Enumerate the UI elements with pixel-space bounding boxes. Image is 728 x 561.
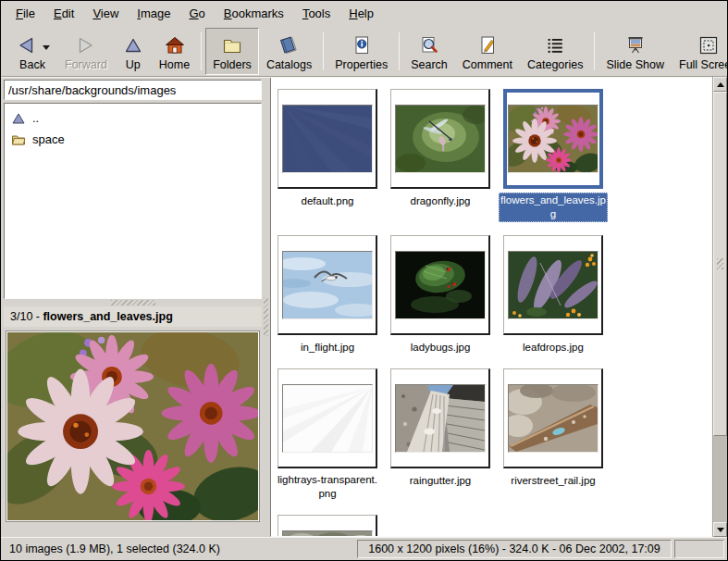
toolbar-button-label: Up [126,58,141,71]
sidebar: .. space 3/10 - flowers_and_leaves.jpg [1,77,262,537]
scroll-up-button[interactable] [713,77,727,92]
menu-item-label: View [93,6,118,20]
toolbar-separator [594,32,595,70]
file-item-lightrays-transparent-png[interactable]: lightrays-transparent.png [278,368,377,502]
selection-info: 3/10 - flowers_and_leaves.jpg [4,306,262,327]
thumbnail-row: default.png dragonfly.jpg flowers_and_le… [278,89,711,222]
location-input[interactable] [4,80,262,100]
thumbnail-grid: default.png dragonfly.jpg flowers_and_le… [270,77,712,537]
thumbnail-image [509,385,598,452]
menu-go[interactable]: Go [179,3,214,24]
menu-image[interactable]: Image [128,3,179,24]
toolbar-button-up[interactable]: Up [115,28,152,75]
toolbar-button-label: Home [159,58,190,71]
toolbar-separator [323,32,324,70]
selection-position: 3/10 - [10,310,43,323]
toolbar-button-slide-show[interactable]: Slide Show [598,28,672,75]
menu-item-label: Help [349,6,374,20]
toolbar-button-folders[interactable]: Folders [205,28,259,75]
file-item-flowers-and-leaves-jpg[interactable]: flowers_and_leaves.jpg [503,89,603,222]
toolbar-button-label: Back [19,58,45,71]
preview-artwork [7,332,258,520]
thumbnail-image [396,385,485,452]
toolbar-button-label: Properties [335,58,388,71]
menu-edit[interactable]: Edit [44,3,83,24]
status-left-text: 10 images (1.9 MB), 1 selected (324.0 K) [1,542,220,555]
toolbar-button-label: Comment [463,58,512,71]
file-item-partial[interactable] [278,515,377,537]
menu-item-label: Go [189,6,204,20]
vertical-splitter[interactable] [262,77,270,537]
file-item-leafdrops-jpg[interactable]: leafdrops.jpg [503,235,603,355]
comment-icon [476,34,499,56]
dropdown-arrow-icon[interactable] [43,45,50,54]
menu-bookmarks[interactable]: Bookmarks [215,3,293,24]
toolbar-button-home[interactable]: Home [152,28,197,75]
toolbar-button-label: Catalogs [266,58,312,71]
thumbnail-image [509,106,598,172]
file-name: riverstreet_rail.jpg [509,473,597,489]
toolbar-button-label: Slide Show [606,58,664,71]
toolbar-button-forward[interactable]: Forward [57,28,115,75]
menu-file[interactable]: File [6,3,44,24]
horizontal-splitter[interactable] [4,299,262,306]
toolbar-button-categories[interactable]: Categories [520,28,590,75]
scrollbar-thumb[interactable] [713,92,727,436]
file-name: default.png [300,193,356,209]
thumbnail-image [283,252,372,318]
thumbnail-card[interactable] [390,89,490,189]
file-item-dragonfly-jpg[interactable]: dragonfly.jpg [390,89,490,222]
arrow-up-icon [717,79,724,87]
thumbnail-row [278,515,711,537]
thumbnail-image [396,252,485,318]
thumbnail-card[interactable] [278,235,377,335]
status-image-details: 1600 x 1200 pixels (16%) - 324.0 K - 06 … [357,540,672,558]
thumbnail-card[interactable] [390,368,490,468]
toolbar-button-label: Full Screen [679,58,728,71]
scroll-down-button[interactable] [713,522,727,537]
file-name: raingutter.jpg [408,473,474,489]
toolbar-separator [399,32,400,70]
file-item-in-flight-jpg[interactable]: in_flight.jpg [278,235,377,355]
main-area: .. space 3/10 - flowers_and_leaves.jpg d… [1,77,727,537]
back-icon [15,34,37,56]
folder-item-[interactable]: .. [6,107,259,129]
menu-help[interactable]: Help [339,3,383,24]
toolbar-button-label: Search [411,58,448,71]
thumbnail-image [283,106,372,172]
thumbnail-card[interactable] [278,368,377,468]
folder-item-space[interactable]: space [6,129,259,150]
menu-tools[interactable]: Tools [293,3,339,24]
toolbar-button-properties[interactable]: Properties [327,28,395,75]
menu-view[interactable]: View [83,3,128,24]
fullscreen-icon [697,34,720,56]
thumbnail-scrollbar[interactable] [712,77,727,537]
toolbar-button-catalogs[interactable]: Catalogs [259,28,319,75]
thumbnail-card[interactable] [503,368,603,468]
up-icon [122,34,144,56]
status-resize-area [674,540,724,558]
thumbnail-card[interactable] [503,89,603,189]
thumbnail-card[interactable] [278,89,377,189]
file-item-default-png[interactable]: default.png [278,89,377,222]
file-name: ladybugs.jpg [409,340,473,355]
toolbar-button-search[interactable]: Search [403,28,455,75]
file-name: flowers_and_leaves.jpg [499,193,608,222]
toolbar-button-back[interactable]: Back [7,28,57,75]
thumbnail-card[interactable] [278,515,377,537]
file-item-riverstreet-rail-jpg[interactable]: riverstreet_rail.jpg [503,368,603,502]
toolbar-button-full-screen[interactable]: Full Screen [672,28,728,75]
catalogs-icon [278,34,301,56]
file-item-raingutter-jpg[interactable]: raingutter.jpg [390,368,490,502]
thumbnail-card[interactable] [390,235,490,335]
selection-filename: flowers_and_leaves.jpg [43,310,172,323]
file-name: lightrays-transparent.png [273,472,382,502]
menu-item-label: Edit [54,6,74,20]
file-item-ladybugs-jpg[interactable]: ladybugs.jpg [390,235,490,355]
thumbnail-card[interactable] [503,235,603,335]
toolbar-button-comment[interactable]: Comment [455,28,520,75]
toolbar: Back Forward Up Home Folders Catalogs [1,26,727,77]
gthumb-window: File Edit View Image Go Bookmarks Tools … [0,0,728,561]
preview-image [6,330,260,522]
file-name: in_flight.jpg [299,340,356,355]
